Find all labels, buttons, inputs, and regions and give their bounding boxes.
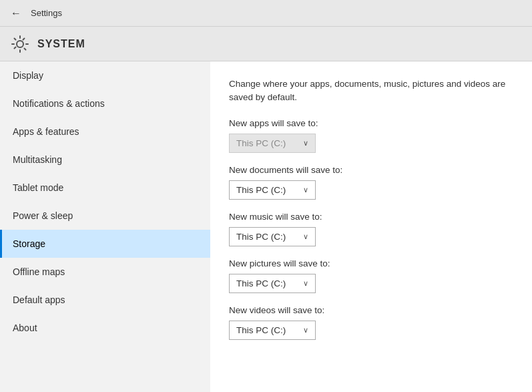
chevron-down-icon: ∨ [303,326,308,335]
sidebar: DisplayNotifications & actionsApps & fea… [0,61,210,392]
system-icon [11,35,29,53]
chevron-down-icon: ∨ [303,139,308,148]
back-button[interactable]: ← [8,5,24,21]
sidebar-item-about[interactable]: About [0,314,210,342]
description: Change where your apps, documents, music… [229,77,509,105]
save-label-new-pictures: New pictures will save to: [229,258,513,268]
sidebar-item-tablet-mode[interactable]: Tablet mode [0,174,210,202]
dropdown-new-apps: This PC (C:)∨ [229,134,316,153]
save-label-new-documents: New documents will save to: [229,165,513,175]
dropdown-value-new-documents: This PC (C:) [236,185,286,195]
dropdown-new-music[interactable]: This PC (C:)∨ [229,227,316,246]
system-title: SYSTEM [37,38,85,50]
title-bar-title: Settings [31,8,62,18]
dropdown-value-new-apps: This PC (C:) [236,138,286,148]
save-label-new-apps: New apps will save to: [229,118,513,128]
back-icon: ← [11,7,21,19]
chevron-down-icon: ∨ [303,232,308,241]
chevron-down-icon: ∨ [303,279,308,288]
save-section-new-pictures: New pictures will save to:This PC (C:)∨ [229,258,513,293]
save-label-new-videos: New videos will save to: [229,305,513,315]
dropdown-new-documents[interactable]: This PC (C:)∨ [229,180,316,200]
dropdown-value-new-pictures: This PC (C:) [236,278,286,288]
dropdown-value-new-music: This PC (C:) [236,232,286,242]
main-layout: DisplayNotifications & actionsApps & fea… [0,61,532,392]
save-label-new-music: New music will save to: [229,212,513,222]
dropdown-new-pictures[interactable]: This PC (C:)∨ [229,274,316,293]
svg-point-0 [17,41,23,47]
save-section-new-apps: New apps will save to:This PC (C:)∨ [229,118,513,153]
save-section-new-music: New music will save to:This PC (C:)∨ [229,212,513,246]
sidebar-item-notifications[interactable]: Notifications & actions [0,89,210,118]
sidebar-item-storage[interactable]: Storage [0,230,210,258]
sidebar-item-display[interactable]: Display [0,61,210,89]
sidebar-item-apps-features[interactable]: Apps & features [0,118,210,146]
save-section-new-videos: New videos will save to:This PC (C:)∨ [229,305,513,340]
save-section-new-documents: New documents will save to:This PC (C:)∨ [229,165,513,200]
system-header: SYSTEM [0,27,532,61]
title-bar: ← Settings [0,0,532,27]
sidebar-item-multitasking[interactable]: Multitasking [0,146,210,174]
dropdown-new-videos[interactable]: This PC (C:)∨ [229,321,316,340]
sidebar-item-power-sleep[interactable]: Power & sleep [0,202,210,230]
sidebar-item-default-apps[interactable]: Default apps [0,286,210,314]
dropdown-value-new-videos: This PC (C:) [236,325,286,335]
chevron-down-icon: ∨ [303,186,308,194]
sidebar-item-offline-maps[interactable]: Offline maps [0,258,210,286]
content-area: Change where your apps, documents, music… [210,61,532,392]
